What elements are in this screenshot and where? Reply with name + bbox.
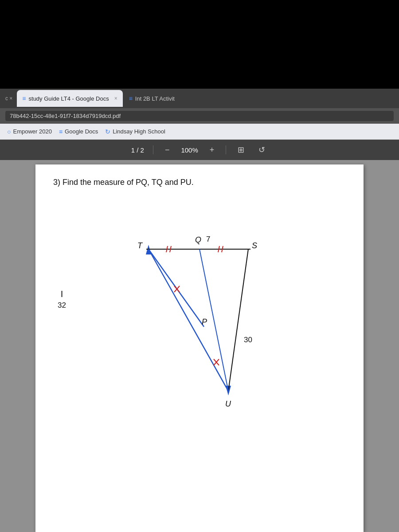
browser-back-close[interactable]: c × bbox=[2, 94, 16, 103]
cursor-icon: I bbox=[61, 289, 63, 299]
fit-page-button[interactable]: ⊞ bbox=[235, 144, 247, 156]
zoom-in-button[interactable]: + bbox=[207, 145, 217, 156]
pdf-zoom-level: 100% bbox=[181, 146, 198, 154]
tab-int2b[interactable]: ≡ Int 2B LT Activit bbox=[124, 90, 180, 107]
tab-label-study-guide: study Guide LT4 - Google Docs bbox=[29, 95, 109, 102]
pdf-toolbar: 1 / 2 − 100% + ⊞ ↺ bbox=[0, 140, 399, 160]
bookmarks-bar: ○ Empower 2020 ≡ Google Docs ↻ Lindsay H… bbox=[0, 124, 399, 140]
bookmark-google-docs[interactable]: ≡ Google Docs bbox=[59, 128, 98, 135]
label-S: S bbox=[252, 241, 257, 250]
empower-icon: ○ bbox=[7, 128, 11, 135]
toolbar-sep-1 bbox=[153, 145, 153, 154]
left-label-area: I 32 bbox=[58, 289, 66, 310]
bookmark-lindsay[interactable]: ↻ Lindsay High School bbox=[105, 128, 165, 135]
label-T: T bbox=[137, 241, 143, 250]
label-30: 30 bbox=[244, 336, 252, 344]
tab-close-study-guide[interactable]: × bbox=[114, 95, 117, 102]
problem-text: 3) Find the measure of PQ, TQ and PU. bbox=[53, 178, 346, 187]
geometry-diagram: T Q 7 S P 30 U bbox=[111, 205, 297, 409]
label-P: P bbox=[202, 317, 207, 326]
pdf-content-area: 3) Find the measure of PQ, TQ and PU. I … bbox=[0, 160, 399, 532]
google-docs-icon: ≡ bbox=[59, 128, 63, 135]
browser-chrome: c × ≡ study Guide LT4 - Google Docs × ≡ … bbox=[0, 89, 399, 160]
toolbar-sep-2 bbox=[226, 145, 226, 154]
label-7: 7 bbox=[206, 235, 210, 243]
bookmark-lindsay-label: Lindsay High School bbox=[113, 128, 165, 135]
tab-icon-int2b: ≡ bbox=[129, 95, 133, 102]
label-32: 32 bbox=[58, 301, 66, 310]
svg-line-0 bbox=[149, 249, 228, 391]
tab-study-guide[interactable]: ≡ study Guide LT4 - Google Docs × bbox=[17, 90, 122, 107]
rotate-button[interactable]: ↺ bbox=[256, 144, 268, 156]
label-U: U bbox=[225, 399, 231, 408]
tab-icon-study-guide: ≡ bbox=[22, 95, 26, 102]
label-Q: Q bbox=[195, 235, 201, 244]
pdf-page-info: 1 / 2 bbox=[131, 146, 144, 154]
bookmark-empower[interactable]: ○ Empower 2020 bbox=[7, 128, 52, 135]
address-bar[interactable]: 78b442-15cc-48e1-91f7-1834d7919dcd.pdf bbox=[5, 111, 394, 121]
bookmark-empower-label: Empower 2020 bbox=[13, 128, 51, 135]
bookmark-google-docs-label: Google Docs bbox=[65, 128, 98, 135]
svg-line-3 bbox=[228, 249, 248, 391]
pdf-page: 3) Find the measure of PQ, TQ and PU. I … bbox=[35, 164, 364, 532]
tab-bar: c × ≡ study Guide LT4 - Google Docs × ≡ … bbox=[0, 89, 399, 108]
zoom-out-button[interactable]: − bbox=[162, 145, 172, 156]
main-content: c × ≡ study Guide LT4 - Google Docs × ≡ … bbox=[0, 89, 399, 532]
address-bar-row: 78b442-15cc-48e1-91f7-1834d7919dcd.pdf bbox=[0, 108, 399, 124]
tab-label-int2b: Int 2B LT Activit bbox=[135, 95, 175, 102]
top-black-area bbox=[0, 0, 399, 89]
diagram-container: I 32 bbox=[53, 200, 346, 409]
lindsay-icon: ↻ bbox=[105, 128, 110, 135]
